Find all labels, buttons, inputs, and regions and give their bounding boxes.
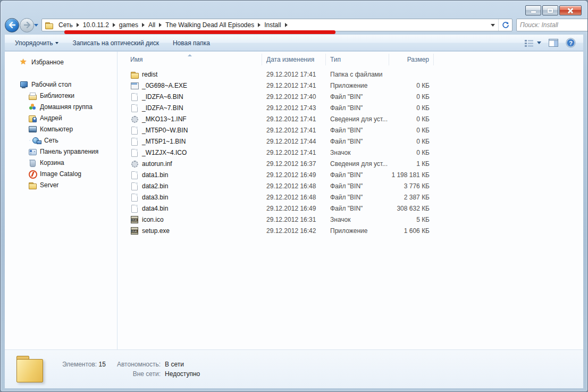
file-type-cell: Файл "BIN" bbox=[326, 205, 389, 212]
table-row[interactable]: _MT5P0~W.BIN29.12.2012 17:41Файл "BIN"0 … bbox=[117, 124, 583, 136]
table-row[interactable]: data4.bin29.12.2012 16:49Файл "BIN"308 6… bbox=[117, 203, 583, 214]
file-icon bbox=[130, 204, 139, 213]
breadcrumb-separator-icon[interactable] bbox=[258, 23, 261, 27]
sidebar-item-user-andrey[interactable]: Андрей bbox=[5, 112, 117, 123]
breadcrumb-item[interactable]: The Walking Dead All Episodes bbox=[162, 19, 257, 31]
column-header-size[interactable]: Размер bbox=[389, 54, 434, 65]
star-icon bbox=[20, 58, 28, 66]
table-row[interactable]: data1.bin29.12.2012 16:49Файл "BIN"1 198… bbox=[117, 169, 583, 180]
sidebar-item-network[interactable]: Сеть bbox=[5, 135, 117, 146]
file-name: _0G698~A.EXE bbox=[142, 82, 187, 89]
preview-pane-button[interactable] bbox=[549, 39, 558, 47]
file-date-cell: 29.12.2012 17:41 bbox=[262, 71, 326, 78]
table-row[interactable]: _IDZFA~7.BIN29.12.2012 17:43Файл "BIN"0 … bbox=[117, 102, 583, 113]
table-row[interactable]: autorun.inf29.12.2012 16:37Сведения для … bbox=[117, 158, 583, 169]
breadcrumb-item[interactable]: All bbox=[145, 19, 158, 31]
column-label: Размер bbox=[407, 56, 429, 63]
refresh-button[interactable] bbox=[498, 19, 512, 31]
sidebar-item-image-catalog[interactable]: Image Catalog bbox=[5, 168, 117, 179]
sidebar-item-desktop[interactable]: Рабочий стол bbox=[5, 79, 117, 90]
refresh-icon bbox=[502, 21, 509, 29]
new-folder-button[interactable]: Новая папка bbox=[173, 39, 210, 47]
breadcrumb-item[interactable]: games bbox=[116, 19, 141, 31]
organize-button[interactable]: Упорядочить bbox=[15, 39, 58, 47]
minimize-button[interactable] bbox=[525, 5, 541, 15]
table-row[interactable]: data3.bin29.12.2012 16:48Файл "BIN"2 387… bbox=[117, 191, 583, 203]
table-row[interactable]: data2.bin29.12.2012 16:48Файл "BIN"3 776… bbox=[117, 180, 583, 191]
details-pane: Элементов: 15 Автономность: В сети Вне с… bbox=[5, 349, 583, 388]
burn-disc-button[interactable]: Записать на оптический диск bbox=[72, 39, 159, 47]
dead-icon bbox=[130, 215, 139, 224]
breadcrumb-separator-icon[interactable] bbox=[285, 23, 288, 27]
search-input[interactable] bbox=[520, 21, 588, 29]
sidebar-item-server[interactable]: Server bbox=[5, 179, 117, 190]
file-type-cell: Сведения для уст... bbox=[326, 160, 389, 168]
sidebar-item-controlpanel[interactable]: Панель управления bbox=[5, 146, 117, 157]
file-name-cell: _IDZFA~7.BIN bbox=[117, 104, 262, 112]
address-bar[interactable]: Сеть10.0.11.2gamesAllThe Walking Dead Al… bbox=[41, 19, 513, 31]
sidebar-item-label: Рабочий стол bbox=[31, 81, 71, 88]
file-type-cell: Файл "BIN" bbox=[326, 171, 389, 179]
file-size-cell: 2 387 КБ bbox=[389, 194, 434, 201]
sidebar-item-computer[interactable]: Компьютер bbox=[5, 123, 117, 135]
folder-preview-icon bbox=[15, 356, 46, 382]
address-dropdown-button[interactable] bbox=[491, 24, 495, 27]
column-header-type[interactable]: Тип bbox=[326, 54, 389, 65]
file-size-cell: 0 КБ bbox=[389, 82, 434, 89]
sidebar-item-libraries[interactable]: Библиотеки bbox=[5, 90, 117, 101]
file-name-cell: icon.ico bbox=[117, 215, 262, 224]
breadcrumb-separator-icon[interactable] bbox=[77, 23, 79, 27]
offline-status-label: Вне сети: bbox=[117, 370, 161, 378]
breadcrumb-separator-icon[interactable] bbox=[159, 23, 162, 27]
file-size-cell: 1 606 КБ bbox=[389, 227, 434, 235]
breadcrumb-item[interactable]: 10.0.11.2 bbox=[80, 19, 112, 31]
sidebar-item-homegroup[interactable]: Домашняя группа bbox=[5, 101, 117, 112]
file-name: data3.bin bbox=[142, 194, 168, 201]
table-row[interactable]: _MKO13~1.INF29.12.2012 17:41Сведения для… bbox=[117, 113, 583, 124]
minimize-icon bbox=[531, 11, 536, 13]
views-list-icon bbox=[524, 39, 534, 47]
sort-ascending-icon bbox=[188, 54, 192, 56]
file-icon bbox=[130, 104, 139, 112]
column-header-name[interactable]: Имя bbox=[117, 54, 262, 65]
back-button[interactable] bbox=[5, 18, 19, 32]
sidebar-item-label: Панель управления bbox=[40, 148, 98, 155]
sidebar-item-label: Сеть bbox=[44, 137, 58, 144]
offline-availability-label: Автономность: bbox=[117, 361, 161, 368]
file-date-cell: 29.12.2012 16:48 bbox=[262, 194, 326, 201]
items-count-value: 15 bbox=[99, 361, 106, 368]
sidebar-item-recycle-bin[interactable]: Корзина bbox=[5, 157, 117, 168]
breadcrumb-separator-icon[interactable] bbox=[113, 23, 115, 27]
table-row[interactable]: _MT5P1~1.BIN29.12.2012 17:44Файл "BIN"0 … bbox=[117, 136, 583, 147]
sidebar-item-favorites[interactable]: Избранное bbox=[5, 56, 117, 68]
table-row[interactable]: icon.ico29.12.2012 16:31Значок5 КБ bbox=[117, 214, 583, 225]
breadcrumb-item[interactable]: Сеть bbox=[55, 19, 76, 31]
file-type-cell: Файл "BIN" bbox=[326, 104, 389, 112]
maximize-button[interactable] bbox=[542, 5, 558, 15]
table-row[interactable]: _W1ZJX~4.ICO29.12.2012 17:41Значок0 КБ bbox=[117, 147, 583, 158]
search-box[interactable] bbox=[516, 19, 588, 31]
help-button[interactable]: ? bbox=[566, 38, 576, 48]
column-label: Имя bbox=[130, 56, 142, 63]
table-row[interactable]: redist29.12.2012 17:41Папка с файлами bbox=[117, 69, 583, 80]
column-headers: Имя Дата изменения Тип Размер bbox=[117, 54, 583, 65]
main-content: ИзбранноеРабочий столБиблиотекиДомашняя … bbox=[5, 52, 583, 351]
column-header-date[interactable]: Дата изменения bbox=[262, 54, 326, 65]
table-row[interactable]: _IDZFA~6.BIN29.12.2012 17:40Файл "BIN"0 … bbox=[117, 91, 583, 102]
table-row[interactable]: _0G698~A.EXE29.12.2012 17:41Приложение0 … bbox=[117, 80, 583, 91]
table-row[interactable]: setup.exe29.12.2012 16:42Приложение1 606… bbox=[117, 225, 583, 236]
change-view-button[interactable] bbox=[524, 39, 541, 47]
close-button[interactable] bbox=[559, 5, 582, 15]
file-size-cell: 0 КБ bbox=[389, 127, 434, 134]
recent-pages-dropdown[interactable] bbox=[34, 24, 38, 27]
sidebar-item-label: Компьютер bbox=[40, 126, 73, 133]
window-controls bbox=[524, 5, 582, 15]
controlpanel-icon bbox=[28, 147, 37, 156]
new-folder-label: Новая папка bbox=[173, 39, 210, 47]
file-size-cell: 3 776 КБ bbox=[389, 182, 434, 190]
chevron-down-icon bbox=[537, 41, 541, 44]
breadcrumb-separator-icon[interactable] bbox=[142, 23, 145, 27]
address-folder-icon bbox=[45, 21, 53, 29]
breadcrumb-item[interactable]: Install bbox=[261, 19, 284, 31]
forward-button[interactable] bbox=[20, 18, 34, 32]
